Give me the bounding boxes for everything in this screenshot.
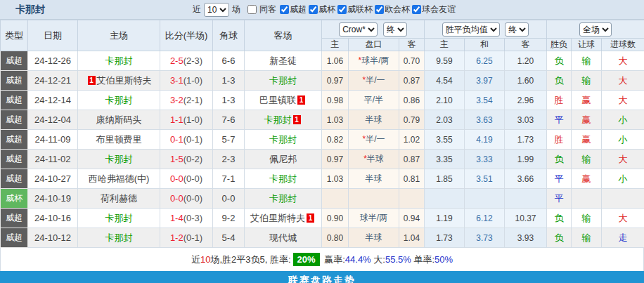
home-team-cell: 卡那封 [78, 91, 160, 110]
home-team-name: 荷利赫德 [101, 193, 137, 204]
match-type-cell: 威超 [1, 228, 28, 248]
league-checkbox-0[interactable] [280, 5, 289, 14]
corner-cell: 7-1 [213, 169, 245, 189]
league-filter-2: 威联杯 [335, 4, 373, 15]
result-cell: 负 [547, 71, 572, 91]
eu-home-odds: 1.73 [425, 228, 465, 248]
goals-result-cell: 大 [602, 91, 644, 110]
home-team-name: 康纳斯码头 [96, 114, 142, 125]
eu-draw-odds: 3.97 [465, 71, 505, 91]
away-team-name: 佩尼邦 [269, 154, 297, 164]
handicap-result-cell: 输 [572, 209, 602, 228]
match-date: 24-12-04 [28, 110, 78, 130]
summary-part: 赢率: [322, 254, 345, 266]
ah-line: *半球 [349, 150, 399, 169]
handicap-result-cell: 赢 [572, 130, 602, 150]
match-row: 威超 24-12-26 卡那封 2-5(2-3) 6-6 新圣徒 1.06 *球… [1, 51, 644, 71]
home-team-cell: 卡那封 [78, 209, 160, 228]
sub-header-eu-home: 主 [425, 39, 465, 51]
home-team-cell: 卡那封 [78, 51, 160, 71]
away-team-name: 新圣徒 [269, 55, 297, 66]
ah-away-odds: 1.02 [399, 130, 425, 150]
filter-bar: 卡那封 近 10 场 同客 威超 威杯 威联杯 欧会杯 [0, 0, 644, 20]
rank-badge: 1 [297, 96, 305, 105]
away-team-cell: 卡那封 [245, 169, 322, 189]
match-date: 24-10-19 [28, 189, 78, 209]
home-team-name: 卡那封 [105, 154, 133, 164]
away-team-cell: 巴里镇联1 [245, 91, 322, 110]
league-checkbox-3[interactable] [375, 5, 384, 14]
away-team-name: 艾伯里斯特夫 [250, 213, 305, 223]
eu-home-odds: 1.85 [425, 169, 465, 189]
ah-home-odds: 0.98 [322, 91, 349, 110]
match-type-cell: 威超 [1, 150, 28, 169]
eu-draw-odds: 3.51 [465, 169, 505, 189]
corner-cell: 2-3 [213, 150, 245, 169]
same-opponent-label: 同客 [259, 4, 276, 15]
result-cell: 平 [547, 110, 572, 130]
eu-away-odds: 3.93 [505, 228, 547, 248]
result-cell: 负 [547, 150, 572, 169]
matches-label: 场 [232, 4, 240, 15]
col-header-home: 主场 [78, 20, 160, 51]
match-type-cell: 威超 [1, 51, 28, 71]
league-filter-0: 威超 [278, 4, 307, 15]
eu-draw-odds: 4.19 [465, 130, 505, 150]
league-checkbox-1[interactable] [309, 5, 318, 14]
col-header-score: 比分(半场) [160, 20, 213, 51]
match-row: 威超 24-10-16 卡那封 1-4(0-3) 9-2 艾伯里斯特夫1 0.9… [1, 209, 644, 228]
home-team-name: 卡那封 [105, 213, 133, 223]
away-team-cell: 佩尼邦 [245, 150, 322, 169]
same-opponent-checkbox[interactable] [247, 5, 257, 14]
handicap-result-cell [572, 189, 602, 209]
match-history-panel: 卡那封 近 10 场 同客 威超 威杯 威联杯 欧会杯 [0, 0, 644, 283]
eu-away-odds: 3.66 [505, 169, 547, 189]
result-cell: 平 [547, 169, 572, 189]
sub-header-handicap-result: 让球 [572, 39, 602, 51]
summary-part: 44.4% [345, 254, 371, 265]
league-checkbox-4[interactable] [412, 5, 421, 14]
home-team-cell: 布里顿费里 [78, 130, 160, 150]
away-team-name: 巴里镇联 [259, 95, 296, 105]
summary-part: 55.5% [385, 254, 411, 265]
ah-line: *半/一 [349, 71, 399, 91]
rank-badge: 1 [307, 213, 314, 223]
league-label-3: 欧会杯 [385, 4, 410, 15]
ah-away-odds: 1.04 [399, 228, 425, 248]
match-row: 威超 24-10-27 西哈弗福德(中) 0-0(0-0) 7-1 卡那封 1.… [1, 169, 644, 189]
ah-home-odds: 1.03 [322, 169, 349, 189]
corner-cell: 5-7 [213, 130, 245, 150]
col-header-away: 客场 [245, 20, 322, 51]
eu-draw-odds: 3.33 [465, 150, 505, 169]
home-team-name: 西哈弗福德(中) [89, 173, 150, 184]
avg-stage-select[interactable]: 终 [505, 22, 529, 37]
home-team-name: 卡那封 [105, 232, 133, 243]
scope-select[interactable]: 全场 [579, 22, 612, 37]
handicap-result-cell: 输 [572, 51, 602, 71]
eu-away-odds: 10.37 [505, 209, 547, 228]
home-team-name: 卡那封 [105, 95, 133, 105]
avg-odds-select[interactable]: 胜平负均值 [442, 22, 500, 37]
away-team-cell: 新圣徒 [245, 51, 322, 71]
ah-away-odds: 0.81 [399, 169, 425, 189]
eu-draw-odds: 3.63 [465, 110, 505, 130]
result-cell: 负 [547, 209, 572, 228]
goals-result-cell: 走 [602, 228, 644, 248]
odds-stage-select[interactable]: 终 [383, 22, 407, 37]
eu-away-odds: 1.99 [505, 150, 547, 169]
odds-company-select[interactable]: Crow* [339, 22, 378, 37]
handicap-result-cell: 输 [572, 71, 602, 91]
league-filter-3: 欧会杯 [373, 4, 410, 15]
eu-draw-odds: 6.25 [465, 51, 505, 71]
match-date: 24-11-09 [28, 130, 78, 150]
goals-result-cell: 小 [602, 130, 644, 150]
league-checkbox-2[interactable] [337, 5, 347, 14]
recent-label: 近 [193, 4, 201, 15]
recent-count-select[interactable]: 10 [204, 3, 229, 17]
goals-result-cell: 大 [602, 150, 644, 169]
rank-badge: 1 [293, 115, 301, 124]
sub-header-goals: 进球数 [602, 39, 644, 51]
handicap-result-cell: 赢 [572, 169, 602, 189]
eu-away-odds [505, 189, 547, 209]
corner-cell: 5-4 [213, 228, 245, 248]
